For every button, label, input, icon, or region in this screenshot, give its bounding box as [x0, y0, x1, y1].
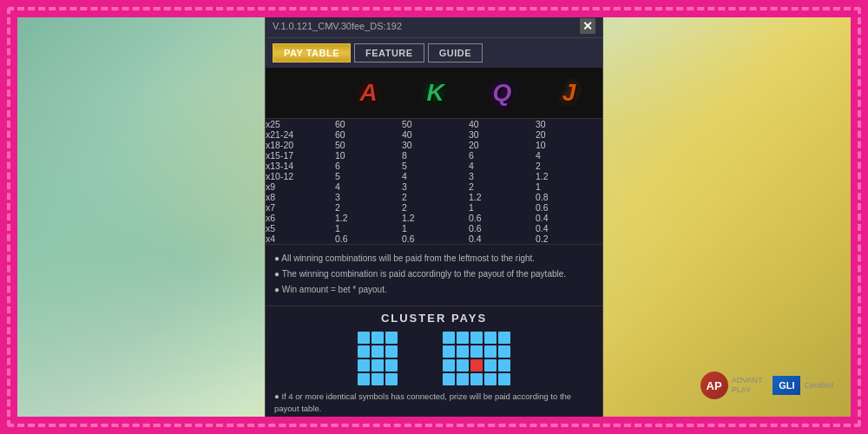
pay-cell-mult: x6	[266, 213, 335, 223]
cluster-cell	[443, 359, 455, 372]
pay-cell-a: 1	[335, 223, 402, 233]
pay-cell-q: 40	[469, 119, 536, 129]
pay-cell-k: 40	[402, 129, 469, 140]
paytable-grid: x2560504030x21-2460403020x18-2050302010x…	[266, 119, 602, 244]
pay-cell-a: 1.2	[335, 213, 402, 223]
pay-cell-j: 1	[536, 181, 602, 192]
pay-cell-j: 4	[536, 150, 602, 161]
cluster-cell	[358, 345, 370, 358]
symbol-q: Q	[469, 71, 536, 115]
pay-cell-mult: x13-14	[266, 161, 335, 171]
pay-cell-j: 0.8	[536, 192, 602, 202]
pay-cell-mult: x10-12	[266, 171, 335, 181]
ap-text: ADVANTPLAY	[732, 376, 763, 395]
tab-feature[interactable]: FEATURE	[354, 43, 424, 62]
cluster-cell	[399, 345, 411, 358]
version-text: V.1.0.121_CMV.30fee_DS:192	[273, 21, 402, 31]
cluster-cell	[470, 373, 483, 385]
pay-cell-j: 0.4	[536, 223, 602, 233]
pay-cell-k: 4	[402, 171, 469, 181]
pay-cell-a: 60	[335, 119, 402, 129]
cluster-cell	[498, 359, 510, 372]
pay-cell-j: 0.4	[536, 213, 602, 223]
pay-cell-k: 50	[402, 119, 469, 129]
pay-cell-a: 10	[335, 150, 402, 161]
pay-cell-a: 2	[335, 202, 402, 213]
pay-cell-mult: x8	[266, 192, 335, 202]
cluster-cell	[484, 359, 496, 372]
pay-cell-a: 6	[335, 161, 402, 171]
pay-cell-j: 0.6	[536, 202, 602, 213]
rule-item: ● The winning combination is paid accord…	[274, 267, 594, 280]
pay-cell-k: 5	[402, 161, 469, 171]
cluster-note: ● If 4 or more identical symbols has con…	[274, 391, 594, 414]
pay-cell-q: 1.2	[469, 192, 536, 202]
tab-paytable[interactable]: PAY TABLE	[273, 43, 351, 62]
cluster-cell	[498, 373, 510, 385]
pay-cell-q: 0.6	[469, 223, 536, 233]
cluster-section: CLUSTER PAYS ● If 4 or more identical sy…	[266, 306, 602, 417]
cluster-cell	[372, 359, 384, 372]
tabs-bar: PAY TABLE FEATURE GUIDE	[266, 38, 602, 68]
pay-cell-mult: x25	[266, 119, 335, 129]
cluster-grid-2	[443, 332, 510, 385]
symbol-k: K	[402, 71, 469, 115]
cluster-cell	[385, 373, 398, 385]
cluster-cell	[470, 345, 483, 358]
cluster-grids	[274, 332, 594, 385]
close-button[interactable]: ✕	[580, 18, 595, 34]
pay-cell-q: 20	[469, 140, 536, 150]
cluster-cell	[413, 345, 425, 358]
rules-section: ● All winning combinations will be paid …	[266, 244, 602, 306]
cluster-cell	[385, 359, 398, 372]
pay-cell-k: 2	[402, 202, 469, 213]
cluster-cell	[470, 332, 483, 344]
pay-cell-j: 30	[536, 119, 602, 129]
pay-cell-k: 2	[402, 192, 469, 202]
cluster-cell	[372, 373, 384, 385]
pay-cell-a: 4	[335, 181, 402, 192]
pay-cell-mult: x21-24	[266, 129, 335, 140]
outer-border: SPIN FREE RAW V.1.0.121_CMV.30fee_DS:192…	[0, 0, 868, 434]
cluster-cell	[399, 373, 411, 385]
cluster-cell	[484, 345, 496, 358]
gli-brand: GLI Certified	[773, 376, 833, 395]
pay-cell-mult: x5	[266, 223, 335, 233]
pay-cell-mult: x7	[266, 202, 335, 213]
pay-cell-q: 3	[469, 171, 536, 181]
pay-cell-k: 3	[402, 181, 469, 192]
cluster-cell	[443, 345, 455, 358]
cluster-cell	[358, 359, 370, 372]
modal-titlebar: V.1.0.121_CMV.30fee_DS:192 ✕	[266, 17, 602, 38]
pay-cell-mult: x4	[266, 233, 335, 244]
cluster-cell	[413, 373, 425, 385]
pay-cell-j: 1.2	[536, 171, 602, 181]
symbol-a: A	[335, 71, 402, 115]
modal-content: A K Q J x2560504030x21-2460403020x18-205…	[266, 68, 602, 417]
cluster-cell	[470, 359, 483, 372]
cluster-cell	[358, 332, 370, 344]
pay-cell-a: 0.6	[335, 233, 402, 244]
pay-cell-j: 0.2	[536, 233, 602, 244]
pay-cell-q: 6	[469, 150, 536, 161]
cluster-title: CLUSTER PAYS	[274, 312, 594, 325]
pay-cell-a: 60	[335, 129, 402, 140]
pay-cell-j: 2	[536, 161, 602, 171]
cluster-cell	[413, 359, 425, 372]
pay-cell-j: 10	[536, 140, 602, 150]
gli-text: Certified	[804, 381, 833, 390]
rule-item: ● All winning combinations will be paid …	[274, 252, 594, 265]
pay-cell-a: 5	[335, 171, 402, 181]
pay-cell-q: 4	[469, 161, 536, 171]
cluster-cell	[498, 345, 510, 358]
paytable-modal: V.1.0.121_CMV.30fee_DS:192 ✕ PAY TABLE F…	[265, 17, 603, 417]
pay-cell-k: 30	[402, 140, 469, 150]
pay-cell-mult: x9	[266, 181, 335, 192]
background-scene: SPIN FREE RAW V.1.0.121_CMV.30fee_DS:192…	[17, 17, 851, 417]
cluster-cell	[457, 332, 469, 344]
tab-guide[interactable]: GUIDE	[428, 43, 483, 62]
cluster-cell	[399, 359, 411, 372]
cluster-cell	[372, 332, 384, 344]
cluster-cell	[399, 332, 411, 344]
symbol-j: J	[536, 71, 602, 115]
